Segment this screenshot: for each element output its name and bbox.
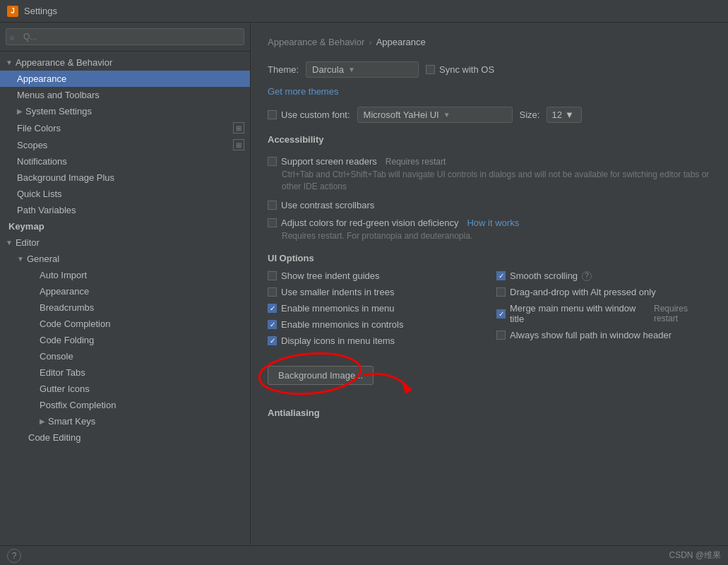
mnemonics-controls-label: Enable mnemonics in controls	[281, 319, 403, 330]
sidebar-item-code-editing[interactable]: Code Editing	[0, 429, 250, 446]
display-icons-label: Display icons in menu items	[281, 335, 395, 346]
font-value: Microsoft YaHei UI	[364, 109, 439, 120]
sidebar-group-label: Appearance & Behavior	[16, 57, 112, 68]
color-adjust-checkbox[interactable]	[268, 218, 277, 227]
sidebar-item-editor-tabs[interactable]: Editor Tabs	[0, 364, 250, 381]
sidebar-item-label: Background Image Plus	[17, 172, 114, 183]
sidebar-item-label: Menus and Toolbars	[17, 90, 100, 100]
sidebar-item-background-image-plus[interactable]: Background Image Plus	[0, 170, 250, 186]
arrow-icon: ▼	[17, 255, 24, 263]
font-dropdown-arrow-icon: ▼	[443, 111, 450, 119]
sidebar-item-smart-keys[interactable]: ▶ Smart Keys	[0, 413, 250, 429]
sidebar-item-label: Smart Keys	[48, 416, 95, 427]
ui-options-title: UI Options	[268, 253, 711, 263]
sidebar-group-appearance-behavior[interactable]: ▼ Appearance & Behavior	[0, 54, 250, 71]
sidebar-item-path-variables[interactable]: Path Variables	[0, 202, 250, 218]
sidebar-item-postfix-completion[interactable]: Postfix Completion	[0, 397, 250, 413]
size-label: Size:	[520, 109, 540, 120]
get-more-themes-link[interactable]: Get more themes	[268, 86, 338, 97]
sidebar-item-label: Scopes	[17, 140, 47, 150]
arrow-icon: ▼	[6, 59, 13, 66]
size-arrow-icon: ▼	[565, 109, 574, 120]
sidebar-item-keymap[interactable]: Keymap	[0, 218, 250, 234]
drag-drop-checkbox[interactable]	[496, 287, 506, 297]
main-container: ⌕ ▼ Appearance & Behavior Appearance Men…	[0, 23, 728, 545]
sidebar-item-quick-lists[interactable]: Quick Lists	[0, 186, 250, 202]
contrast-scrollbars-item: Use contrast scrollbars	[268, 200, 711, 210]
sidebar-item-breadcrumbs[interactable]: Breadcrumbs	[0, 299, 250, 316]
sidebar-item-gutter-icons[interactable]: Gutter Icons	[0, 381, 250, 397]
how-it-works-link[interactable]: How it works	[467, 218, 519, 228]
sidebar-item-label: Gutter Icons	[40, 383, 90, 394]
drag-drop-row: Drag-and-drop with Alt pressed only	[496, 287, 711, 297]
sidebar-item-label: Auto Import	[40, 270, 87, 280]
custom-font-row: Use custom font: Microsoft YaHei UI ▼ Si…	[268, 107, 711, 123]
sidebar-item-label: Appearance	[17, 73, 66, 84]
dropdown-arrow-icon: ▼	[348, 66, 355, 73]
mnemonics-menu-checkbox[interactable]: ✓	[268, 304, 277, 313]
breadcrumb-parent: Appearance & Behavior	[268, 37, 364, 47]
display-icons-checkbox[interactable]: ✓	[268, 336, 277, 345]
sidebar-nav: ▼ Appearance & Behavior Appearance Menus…	[0, 52, 250, 545]
font-dropdown[interactable]: Microsoft YaHei UI ▼	[357, 107, 513, 123]
sync-os-checkbox[interactable]	[426, 65, 435, 74]
sidebar-item-label: File Colors	[17, 123, 61, 133]
expand-icon: ▶	[40, 417, 45, 425]
sidebar-item-scopes[interactable]: Scopes ⊞	[0, 136, 250, 153]
file-colors-badge: ⊞	[233, 122, 244, 133]
accessibility-section: Support screen readers Requires restart …	[268, 156, 711, 242]
sidebar-item-menus-toolbars[interactable]: Menus and Toolbars	[0, 87, 250, 103]
smooth-scrolling-checkbox[interactable]: ✓	[496, 271, 506, 280]
mnemonics-menu-row: ✓ Enable mnemonics in menu	[268, 303, 482, 314]
content-panel: Appearance & Behavior › Appearance Theme…	[251, 23, 728, 545]
smaller-indents-checkbox[interactable]	[268, 287, 277, 297]
smooth-scrolling-label: Smooth scrolling	[510, 270, 578, 281]
sidebar-item-label: Notifications	[17, 156, 67, 167]
theme-label: Theme:	[268, 64, 299, 75]
theme-dropdown[interactable]: Darcula ▼	[306, 61, 419, 78]
merge-menu-restart-badge: Requires restart	[654, 304, 711, 323]
mnemonics-controls-checkbox[interactable]: ✓	[268, 320, 277, 329]
sidebar-item-system-settings[interactable]: ▶ System Settings	[0, 103, 250, 119]
sidebar-group-label: Editor	[16, 237, 40, 248]
sidebar-item-notifications[interactable]: Notifications	[0, 153, 250, 170]
sidebar-item-code-folding[interactable]: Code Folding	[0, 332, 250, 348]
sidebar-item-console[interactable]: Console	[0, 348, 250, 364]
sidebar-item-editor-appearance[interactable]: Appearance	[0, 283, 250, 299]
sidebar-item-label: Appearance	[40, 286, 89, 297]
smooth-scrolling-help-icon[interactable]: ?	[582, 271, 592, 281]
theme-value: Darcula	[312, 64, 344, 75]
screen-readers-checkbox[interactable]	[268, 157, 277, 166]
breadcrumb-separator: ›	[369, 37, 371, 47]
size-input[interactable]: 12 ▼	[547, 107, 582, 123]
full-path-checkbox[interactable]	[496, 331, 506, 340]
sidebar-item-appearance[interactable]: Appearance	[0, 71, 250, 87]
arrow-icon: ▼	[6, 239, 13, 246]
sidebar-group-editor[interactable]: ▼ Editor	[0, 234, 250, 251]
screen-readers-restart-badge: Requires restart	[386, 157, 446, 167]
sidebar-item-code-completion[interactable]: Code Completion	[0, 316, 250, 332]
size-value: 12	[551, 109, 561, 120]
title-bar: J Settings	[0, 0, 728, 23]
smooth-scrolling-row: ✓ Smooth scrolling ?	[496, 270, 711, 281]
svg-marker-1	[402, 381, 412, 394]
sidebar-item-auto-import[interactable]: Auto Import	[0, 267, 250, 283]
background-image-button[interactable]: Background Image...	[268, 366, 374, 385]
sidebar-item-file-colors[interactable]: File Colors ⊞	[0, 119, 250, 136]
help-button[interactable]: ?	[7, 549, 21, 563]
smaller-indents-row: Use smaller indents in trees	[268, 287, 482, 297]
sidebar-item-label: Code Completion	[40, 319, 110, 329]
sidebar-subgroup-general[interactable]: ▼ General	[0, 251, 250, 267]
theme-row: Theme: Darcula ▼ Sync with OS	[268, 61, 711, 78]
display-icons-row: ✓ Display icons in menu items	[268, 335, 482, 346]
contrast-scrollbars-checkbox[interactable]	[268, 201, 277, 210]
search-input[interactable]	[6, 28, 244, 45]
screen-readers-item: Support screen readers Requires restart …	[268, 156, 711, 193]
breadcrumb: Appearance & Behavior › Appearance	[268, 37, 711, 47]
merge-menu-checkbox[interactable]: ✓	[496, 309, 506, 319]
custom-font-checkbox[interactable]	[268, 110, 277, 119]
sidebar-item-label: Breadcrumbs	[40, 302, 94, 313]
ui-options-grid: Show tree indent guides Use smaller inde…	[268, 270, 711, 352]
bottom-bar: ? CSDN @维果	[0, 545, 728, 565]
show-tree-guides-checkbox[interactable]	[268, 271, 277, 280]
